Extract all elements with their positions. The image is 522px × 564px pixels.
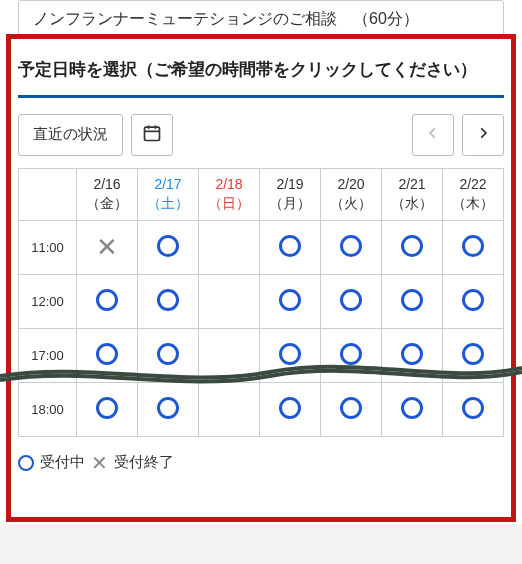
slot-open[interactable]: [77, 328, 138, 382]
open-circle-icon: [96, 343, 118, 365]
open-circle-icon: [462, 397, 484, 419]
slot-open[interactable]: [321, 220, 382, 274]
day-date: 2/19: [262, 175, 318, 195]
day-date: 2/18: [201, 175, 257, 195]
time-row: 12:00: [19, 274, 504, 328]
day-dow: （月）: [262, 194, 318, 214]
slot-open[interactable]: [138, 274, 199, 328]
slot-open[interactable]: [260, 382, 321, 436]
slot-open[interactable]: [443, 220, 504, 274]
prev-week-button: [412, 114, 454, 156]
day-dow: （木）: [445, 194, 501, 214]
slot-open[interactable]: [443, 382, 504, 436]
open-circle-icon: [157, 289, 179, 311]
slot-open[interactable]: [321, 382, 382, 436]
calendar-toolbar: 直近の状況: [18, 114, 504, 156]
open-circle-icon: [279, 397, 301, 419]
day-date: 2/17: [140, 175, 196, 195]
day-dow: （金）: [79, 194, 135, 214]
closed-x-icon: ✕: [96, 232, 118, 262]
time-label: 12:00: [19, 274, 77, 328]
chevron-left-icon: [426, 126, 440, 143]
slot-open[interactable]: [260, 274, 321, 328]
legend-open-label: 受付中: [40, 453, 85, 472]
legend: 受付中 ✕ 受付終了: [18, 451, 504, 475]
day-date: 2/20: [323, 175, 379, 195]
section-title: 予定日時を選択（ご希望の時間帯をクリックしてください）: [18, 51, 504, 98]
slot-open[interactable]: [260, 328, 321, 382]
legend-closed-icon: ✕: [91, 451, 108, 475]
calendar-button[interactable]: [131, 114, 173, 156]
recent-status-button[interactable]: 直近の状況: [18, 114, 123, 156]
slot-open[interactable]: [138, 220, 199, 274]
chevron-right-icon: [476, 126, 490, 143]
slot-open[interactable]: [443, 274, 504, 328]
slot-closed: ✕: [77, 220, 138, 274]
time-label: 17:00: [19, 328, 77, 382]
slot-open[interactable]: [382, 382, 443, 436]
page-bottom: [0, 524, 522, 564]
availability-table: 2/16（金）2/17（土）2/18（日）2/19（月）2/20（火）2/21（…: [18, 168, 504, 437]
slot-open[interactable]: [138, 382, 199, 436]
slot-blocked: [199, 328, 260, 382]
open-circle-icon: [157, 343, 179, 365]
open-circle-icon: [340, 289, 362, 311]
open-circle-icon: [340, 343, 362, 365]
slot-blocked: [199, 382, 260, 436]
time-row: 17:00: [19, 328, 504, 382]
slot-blocked: [199, 220, 260, 274]
open-circle-icon: [401, 289, 423, 311]
recent-status-label: 直近の状況: [33, 125, 108, 144]
slot-blocked: [199, 274, 260, 328]
open-circle-icon: [340, 235, 362, 257]
day-header: 2/17（土）: [138, 168, 199, 220]
svg-rect-0: [145, 127, 160, 140]
open-circle-icon: [279, 289, 301, 311]
open-circle-icon: [340, 397, 362, 419]
time-row: 18:00: [19, 382, 504, 436]
slot-open[interactable]: [443, 328, 504, 382]
slot-open[interactable]: [260, 220, 321, 274]
prev-service-option[interactable]: ノンフランナーミューテションジのご相談 （60分）: [18, 0, 504, 39]
day-header: 2/21（水）: [382, 168, 443, 220]
slot-open[interactable]: [138, 328, 199, 382]
legend-closed-label: 受付終了: [114, 453, 174, 472]
open-circle-icon: [401, 397, 423, 419]
slot-open[interactable]: [77, 274, 138, 328]
time-label: 18:00: [19, 382, 77, 436]
next-week-button[interactable]: [462, 114, 504, 156]
time-label: 11:00: [19, 220, 77, 274]
day-header: 2/16（金）: [77, 168, 138, 220]
open-circle-icon: [279, 235, 301, 257]
open-circle-icon: [462, 289, 484, 311]
slot-open[interactable]: [321, 274, 382, 328]
day-date: 2/16: [79, 175, 135, 195]
open-circle-icon: [96, 397, 118, 419]
open-circle-icon: [401, 343, 423, 365]
open-circle-icon: [401, 235, 423, 257]
time-column-header: [19, 168, 77, 220]
slot-open[interactable]: [77, 382, 138, 436]
day-header: 2/18（日）: [199, 168, 260, 220]
calendar-icon: [142, 123, 162, 146]
day-header: 2/20（火）: [321, 168, 382, 220]
day-header: 2/19（月）: [260, 168, 321, 220]
open-circle-icon: [157, 235, 179, 257]
open-circle-icon: [157, 397, 179, 419]
day-date: 2/22: [445, 175, 501, 195]
open-circle-icon: [462, 343, 484, 365]
slot-open[interactable]: [382, 220, 443, 274]
day-dow: （火）: [323, 194, 379, 214]
open-circle-icon: [279, 343, 301, 365]
legend-open-icon: [18, 455, 34, 471]
day-header: 2/22（木）: [443, 168, 504, 220]
slot-open[interactable]: [382, 274, 443, 328]
open-circle-icon: [96, 289, 118, 311]
prev-service-label: ノンフランナーミューテションジのご相談 （60分）: [33, 10, 419, 27]
open-circle-icon: [462, 235, 484, 257]
day-dow: （水）: [384, 194, 440, 214]
slot-open[interactable]: [382, 328, 443, 382]
slot-open[interactable]: [321, 328, 382, 382]
day-dow: （日）: [201, 194, 257, 214]
day-dow: （土）: [140, 194, 196, 214]
